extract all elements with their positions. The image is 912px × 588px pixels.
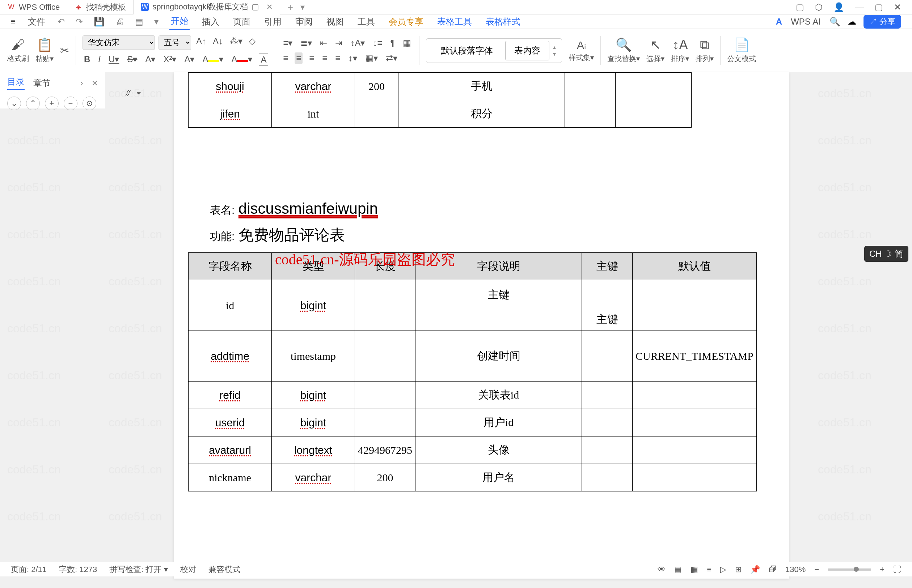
sort-button[interactable]: ↕A 排序▾ (671, 37, 689, 64)
arrange-button[interactable]: ⧉ 排列▾ (696, 37, 714, 64)
presentation-icon[interactable]: ▢ (251, 2, 259, 11)
close-window-button[interactable]: ✕ (894, 2, 901, 12)
font-color-button[interactable]: A▾ (183, 53, 196, 66)
italic-button[interactable]: I (97, 53, 102, 66)
find-replace-button[interactable]: 🔍 查找替换▾ (607, 37, 640, 64)
style-gallery[interactable]: 默认段落字体 表内容 ▴▾ (426, 38, 562, 63)
fullscreen-icon[interactable]: ⛶ (893, 565, 901, 574)
doc-mode-button[interactable]: 📄 公文模式 (727, 37, 756, 64)
cut-button[interactable]: ✂ (60, 44, 69, 57)
nav-settings-button[interactable]: ⊙ (83, 97, 96, 110)
paste-group[interactable]: 📋 粘贴▾ (36, 37, 53, 64)
grid-icon[interactable]: ⊞ (735, 565, 742, 574)
ime-badge[interactable]: CH ☽ 简 (864, 246, 909, 262)
maximize-button[interactable]: ▢ (875, 2, 883, 12)
numbering-button[interactable]: ≣▾ (299, 37, 313, 49)
cube-icon[interactable]: ⬡ (815, 2, 823, 12)
font-shrink-icon[interactable]: A↓ (211, 36, 224, 50)
align-justify-button[interactable]: ≡ (321, 52, 329, 64)
view-web-icon[interactable]: ▦ (690, 565, 698, 574)
font-box-button[interactable]: A (259, 53, 268, 66)
styles-button[interactable]: Aᵢ 样式集▾ (569, 39, 594, 63)
redo-icon[interactable]: ↷ (76, 17, 83, 27)
page-tag-icon[interactable]: ⫽ ▾ (123, 87, 141, 99)
nav-section-tab[interactable]: 章节 (33, 78, 51, 89)
tabs-button[interactable]: ⇄▾ (384, 52, 399, 64)
menu-view[interactable]: 视图 (325, 14, 345, 30)
menu-table-style[interactable]: 表格样式 (484, 14, 522, 30)
dropdown-icon[interactable]: ▾ (154, 17, 159, 27)
view-outline-icon[interactable]: ≡ (707, 565, 711, 574)
status-spell[interactable]: 拼写检查: 打开 ▾ (109, 564, 168, 575)
nav-expand-icon[interactable]: › (80, 78, 83, 88)
view-print-icon[interactable]: ▤ (674, 565, 682, 574)
menu-start[interactable]: 开始 (169, 13, 190, 30)
indent-dec-button[interactable]: ⇤ (319, 37, 329, 49)
print-icon[interactable]: 🖨 (115, 17, 124, 27)
align-left-button[interactable]: ≡ (282, 52, 290, 64)
hamburger-icon[interactable]: ≡ (11, 17, 16, 26)
indent-inc-button[interactable]: ⇥ (334, 37, 344, 49)
status-words[interactable]: 字数: 1273 (59, 564, 97, 575)
menu-vip[interactable]: 会员专享 (387, 14, 425, 30)
text-dir-button[interactable]: ↕A▾ (349, 37, 366, 49)
super-icon[interactable]: X²▾ (162, 53, 178, 66)
tab-menu-icon[interactable]: ▾ (300, 2, 305, 12)
zoom-in-button[interactable]: + (880, 565, 884, 574)
menu-file[interactable]: 文件 (26, 14, 47, 30)
avatar-icon[interactable]: 👤 (833, 2, 844, 12)
para-mark-button[interactable]: ¶ (389, 37, 397, 49)
preview-icon[interactable]: ▤ (135, 17, 143, 27)
status-compat[interactable]: 兼容模式 (209, 564, 240, 575)
font-size-select[interactable]: 五号 (159, 36, 191, 50)
font-grow-icon[interactable]: A↑ (195, 36, 208, 50)
menu-insert[interactable]: 插入 (201, 14, 221, 30)
bullets-button[interactable]: ≡▾ (282, 37, 294, 49)
menu-wpsai[interactable]: WPS AI (789, 15, 822, 29)
menu-review[interactable]: 审阅 (294, 14, 314, 30)
schema-table[interactable]: 字段名称 类型 长度 字段说明 主键 默认值 id bigint 主键 主键 a… (188, 252, 757, 491)
cloud-icon[interactable]: ☁ (847, 17, 856, 27)
nav-minus-button[interactable]: − (64, 97, 78, 110)
align-dist-button[interactable]: ≡ (334, 52, 342, 64)
style-up-icon[interactable]: ▴ (553, 44, 556, 51)
nav-up-button[interactable]: ⌃ (26, 97, 40, 110)
minimize-button[interactable]: — (855, 2, 864, 12)
share-button[interactable]: ↗ 分享 (863, 15, 901, 29)
screenshot-icon[interactable]: ▢ (796, 2, 804, 12)
font-name-select[interactable]: 华文仿宋 (83, 36, 155, 50)
status-page[interactable]: 页面: 2/11 (11, 564, 47, 575)
pin-icon[interactable]: 📌 (750, 565, 760, 574)
underline-button[interactable]: U▾ (107, 53, 120, 66)
line-space-button[interactable]: ↕≡ (371, 37, 384, 49)
tab-template[interactable]: ◈ 找稻壳模板 (67, 0, 134, 15)
select-button[interactable]: ↖ 选择▾ (646, 37, 664, 64)
align-right-button[interactable]: ≡ (308, 52, 316, 64)
status-proof[interactable]: 校对 (180, 564, 196, 575)
menu-page[interactable]: 页面 (232, 14, 252, 30)
new-tab-button[interactable]: + (287, 2, 293, 13)
nav-close-icon[interactable]: × (92, 78, 98, 89)
clear-format-icon[interactable]: ◇ (248, 36, 257, 50)
highlight-button[interactable]: A▾ (201, 53, 225, 66)
search-icon[interactable]: 🔍 (829, 17, 840, 27)
zoom-out-button[interactable]: − (814, 565, 819, 574)
style-down-icon[interactable]: ▾ (553, 51, 556, 58)
style-table-content[interactable]: 表内容 (505, 41, 549, 60)
menu-tools[interactable]: 工具 (356, 14, 376, 30)
menu-table-tools[interactable]: 表格工具 (436, 14, 473, 30)
top-table[interactable]: shouji varchar 200 手机 jifen int 积分 (188, 72, 692, 128)
menu-ref[interactable]: 引用 (263, 14, 283, 30)
save-icon[interactable]: 💾 (94, 17, 105, 27)
clip-icon[interactable]: 🗊 (769, 565, 777, 574)
line-spacing-button[interactable]: ↕▾ (347, 52, 359, 64)
undo-icon[interactable]: ↶ (58, 17, 65, 27)
shading-button[interactable]: ▦▾ (364, 52, 379, 64)
align-center-button[interactable]: ≡ (295, 52, 303, 64)
tab-wps-office[interactable]: W WPS Office (0, 0, 67, 15)
zoom-slider[interactable] (828, 569, 871, 571)
text-color-button[interactable]: A▾ (230, 53, 254, 66)
strike-button[interactable]: S▾ (126, 53, 139, 66)
border-button[interactable]: ▦ (401, 37, 413, 49)
play-icon[interactable]: ▷ (720, 565, 726, 574)
